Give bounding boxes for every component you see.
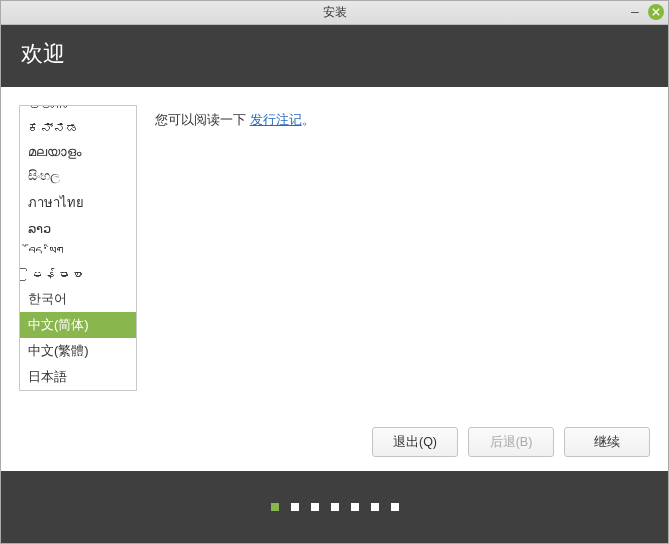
language-list[interactable]: தமிழ்తెలుగుಕನ್ನಡമലയാളംසිංහලภาษาไทยລາວབོད… (19, 105, 137, 391)
language-item[interactable]: 中文(繁體) (20, 338, 136, 364)
step-dot (331, 503, 339, 511)
quit-button[interactable]: 退出(Q) (372, 427, 458, 457)
step-dot (351, 503, 359, 511)
intro-text: 您可以阅读一下 发行注记。 (155, 105, 650, 409)
language-item[interactable]: ಕನ್ನಡ (20, 117, 136, 140)
language-item[interactable]: ภาษาไทย (20, 188, 136, 217)
window-title: 安装 (323, 4, 347, 21)
step-dot (271, 503, 279, 511)
language-item[interactable]: తెలుగు (20, 105, 136, 117)
language-item[interactable]: မြန်မာစာ (20, 263, 136, 286)
intro-suffix: 。 (302, 112, 315, 127)
language-item[interactable]: བོད་ཡིག (20, 240, 136, 263)
step-dot (311, 503, 319, 511)
language-item[interactable]: മലയാളം (20, 140, 136, 164)
installer-window: 安装 – 欢迎 தமிழ்తెలుగుಕನ್ನಡമലയാളംසිංහලภาษาไ… (0, 0, 669, 544)
close-icon[interactable] (648, 4, 664, 20)
step-dot (371, 503, 379, 511)
language-item[interactable]: සිංහල (20, 164, 136, 188)
step-dot (391, 503, 399, 511)
footer-buttons: 退出(Q) 后退(B) 继续 (1, 427, 668, 471)
titlebar: 安装 – (1, 1, 668, 25)
back-button: 后退(B) (468, 427, 554, 457)
language-item[interactable]: ລາວ (20, 217, 136, 240)
language-item[interactable]: 中文(简体) (20, 312, 136, 338)
intro-prefix: 您可以阅读一下 (155, 112, 250, 127)
release-notes-link[interactable]: 发行注记 (250, 112, 302, 127)
step-indicator (1, 471, 668, 543)
window-controls: – (628, 4, 664, 20)
minimize-icon[interactable]: – (628, 4, 642, 18)
continue-button[interactable]: 继续 (564, 427, 650, 457)
step-dot (291, 503, 299, 511)
content-area: தமிழ்తెలుగుಕನ್ನಡമലയാളംසිංහලภาษาไทยລາວབོད… (1, 87, 668, 427)
language-item[interactable]: 日本語 (20, 364, 136, 390)
language-item[interactable]: 한국어 (20, 286, 136, 312)
page-title: 欢迎 (1, 25, 668, 87)
